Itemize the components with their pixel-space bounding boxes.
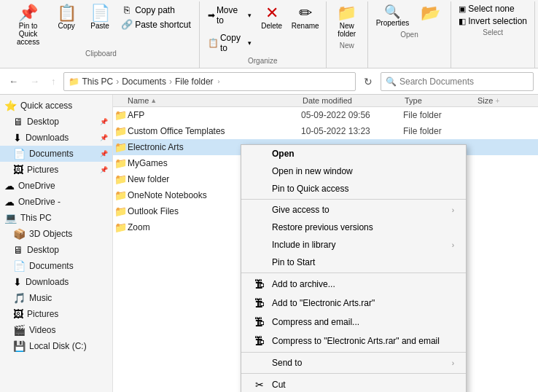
breadcrumb-this-pc[interactable]: This PC (82, 77, 114, 87)
sidebar-item-downloads-qa[interactable]: ⬇ Downloads 📌 (0, 130, 112, 146)
breadcrumb-folder-icon: 📁 (69, 77, 79, 87)
sidebar-item-pictures-qa[interactable]: 🖼 Pictures 📌 (0, 162, 112, 178)
open-icon: 📂 (421, 5, 440, 21)
open-btn[interactable]: 📂 (414, 3, 446, 24)
new-folder-icon: 📁 (337, 5, 356, 21)
ctx-send-to-arrow: › (452, 359, 454, 367)
pictures-qa-icon: 🖼 (13, 164, 23, 176)
ctx-give-access[interactable]: Give access to › (241, 201, 466, 219)
ctx-open[interactable]: Open (241, 145, 466, 162)
select-group-label: Select (483, 28, 503, 38)
col-header-date[interactable]: Date modified (303, 96, 405, 105)
table-row[interactable]: 📁 Custom Office Templates 10-05-2022 13:… (113, 123, 538, 139)
forward-button[interactable]: → (26, 74, 44, 89)
folder-icon: 📁 (113, 109, 128, 121)
ctx-add-archive[interactable]: 🗜 Add to archive... (241, 275, 466, 294)
sidebar-item-downloads-pc[interactable]: ⬇ Downloads (0, 274, 112, 290)
sidebar-item-music[interactable]: 🎵 Music (0, 290, 112, 306)
properties-icon: 🔍 (384, 5, 400, 18)
ctx-send-to[interactable]: Send to › (241, 354, 466, 372)
breadcrumb-documents[interactable]: Documents (122, 77, 166, 87)
back-button[interactable]: ← (4, 74, 23, 89)
properties-btn[interactable]: 🔍 Properties (373, 3, 413, 29)
ctx-sep-4 (241, 373, 466, 374)
sort-arrow: ▲ (150, 97, 157, 104)
folder-icon: 📁 (113, 222, 128, 233)
ctx-compress-rar-email[interactable]: 🗜 Compress to "Electronic Arts.rar" and … (241, 332, 466, 350)
sidebar-item-documents-qa[interactable]: 📄 Documents 📌 (0, 146, 112, 162)
search-input[interactable] (399, 77, 529, 87)
pin-indicator: 📌 (100, 118, 108, 125)
ctx-add-rar[interactable]: 🗜 Add to "Electronic Arts.rar" (241, 294, 466, 313)
table-row[interactable]: 📁 AFP 05-09-2022 09:56 File folder (113, 107, 538, 123)
sidebar-item-local-disk[interactable]: 💾 Local Disk (C:) (0, 338, 112, 354)
ctx-sep-3 (241, 352, 466, 353)
ctx-restore-prev[interactable]: Restore previous versions (241, 219, 466, 236)
up-button[interactable]: ↑ (47, 74, 61, 89)
this-pc-icon: 💻 (4, 212, 17, 224)
sidebar: ⭐ Quick access 🖥 Desktop 📌 ⬇ Downloads 📌… (0, 95, 113, 392)
folder-icon: 📁 (113, 141, 128, 153)
organize-group-label: Organize (248, 57, 278, 66)
sidebar-item-onedrive[interactable]: ☁ OneDrive (0, 178, 112, 194)
folder-icon: 📁 (113, 125, 128, 137)
pictures-pc-icon: 🖼 (13, 308, 23, 320)
pin-to-quick-access-btn[interactable]: 📌 Pin to Quick access (7, 3, 49, 48)
music-icon: 🎵 (13, 292, 26, 304)
invert-selection-btn[interactable]: ◧ Invert selection (456, 15, 530, 27)
rename-btn[interactable]: ✏ Rename (289, 3, 321, 32)
ctx-archive-icon: 🗜 (253, 278, 266, 290)
sidebar-item-desktop-qa[interactable]: 🖥 Desktop 📌 (0, 114, 112, 130)
file-list-header: Name ▲ Date modified Type Size + (113, 95, 538, 107)
move-to-btn[interactable]: ➡ Move to ▾ (204, 3, 254, 28)
ctx-compress-email[interactable]: 🗜 Compress and email... (241, 313, 466, 332)
desktop-pc-icon: 🖥 (13, 244, 23, 256)
copy-path-btn[interactable]: ⎘ Copy path (117, 3, 195, 17)
ctx-compress-rar-icon: 🗜 (253, 335, 266, 347)
sidebar-item-documents-pc[interactable]: 📄 Documents (0, 258, 112, 274)
main-area: ⭐ Quick access 🖥 Desktop 📌 ⬇ Downloads 📌… (0, 95, 538, 392)
col-header-size[interactable]: Size + (477, 96, 521, 105)
ctx-open-new-window[interactable]: Open in new window (241, 162, 466, 180)
pin-indicator-dl: 📌 (100, 134, 108, 141)
desktop-qa-icon: 🖥 (13, 116, 23, 128)
refresh-button[interactable]: ↻ (359, 74, 378, 90)
sidebar-item-videos[interactable]: 🎬 Videos (0, 322, 112, 338)
invert-selection-icon: ◧ (459, 17, 466, 26)
select-none-icon: ▣ (459, 4, 466, 14)
downloads-pc-icon: ⬇ (13, 276, 22, 288)
ctx-pin-quick-access[interactable]: Pin to Quick access (241, 180, 466, 197)
col-header-name[interactable]: Name ▲ (113, 96, 303, 105)
sidebar-item-pictures-pc[interactable]: 🖼 Pictures (0, 306, 112, 322)
ctx-cut[interactable]: ✂ Cut (241, 375, 466, 392)
copy-icon: 📋 (57, 5, 77, 21)
ctx-sep-2 (241, 273, 466, 273)
search-box[interactable]: 🔍 (381, 72, 534, 91)
pin-icon: 📌 (18, 5, 38, 21)
copy-btn[interactable]: 📋 Copy (50, 3, 82, 32)
delete-btn[interactable]: ✕ Delete (256, 3, 288, 32)
ctx-include-library[interactable]: Include in library › (241, 236, 466, 254)
breadcrumb[interactable]: 📁 This PC › Documents › File folder › (63, 72, 356, 91)
new-folder-btn[interactable]: 📁 Newfolder (331, 3, 363, 40)
col-header-type[interactable]: Type (405, 96, 477, 105)
paste-shortcut-btn[interactable]: 🔗 Paste shortcut (117, 17, 195, 31)
paste-btn[interactable]: 📄 Paste (84, 3, 116, 32)
search-icon: 🔍 (386, 77, 397, 87)
paste-icon: 📄 (90, 5, 110, 21)
copy-to-btn[interactable]: 📋 Copy to ▾ (204, 31, 254, 55)
ctx-pin-start[interactable]: Pin to Start (241, 254, 466, 271)
ctx-give-access-arrow: › (452, 206, 454, 214)
sidebar-item-onedrive2[interactable]: ☁ OneDrive - (0, 194, 112, 210)
ctx-cut-icon: ✂ (253, 379, 266, 391)
documents-qa-icon: 📄 (13, 148, 26, 160)
sidebar-item-3d-objects[interactable]: 📦 3D Objects (0, 226, 112, 242)
videos-icon: 🎬 (13, 324, 26, 336)
onedrive2-icon: ☁ (4, 196, 15, 208)
sidebar-item-quick-access[interactable]: ⭐ Quick access (0, 98, 112, 114)
ctx-sep-1 (241, 199, 466, 200)
breadcrumb-file-folder[interactable]: File folder (175, 77, 214, 87)
sidebar-item-desktop-pc[interactable]: 🖥 Desktop (0, 242, 112, 258)
sidebar-item-this-pc[interactable]: 💻 This PC (0, 210, 112, 226)
select-none-btn[interactable]: ▣ Select none (456, 3, 530, 15)
